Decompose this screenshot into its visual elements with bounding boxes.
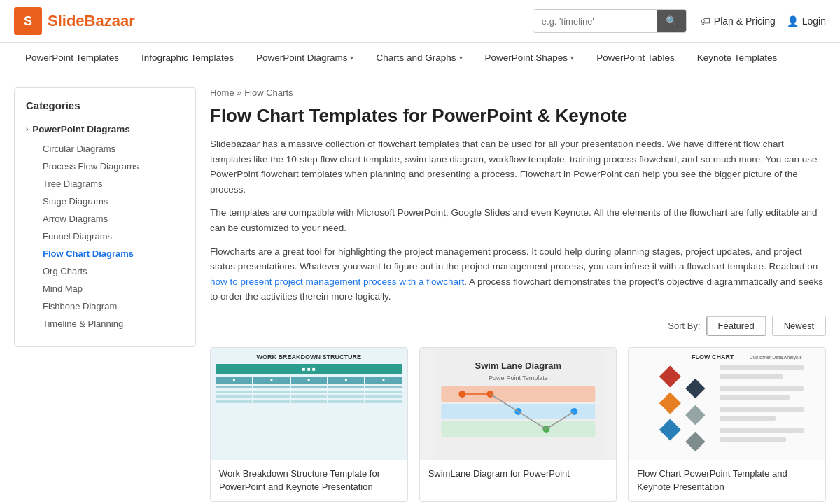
svg-text:FLOW CHART: FLOW CHART xyxy=(692,354,734,360)
card-title-swimlane: SwimLane Diagram for PowerPoint xyxy=(420,460,617,488)
card-title-flowchart: Flow Chart PowerPoint Template and Keyno… xyxy=(629,460,825,501)
svg-rect-29 xyxy=(720,416,776,421)
sidebar-item-tree-diagrams[interactable]: Tree Diagrams xyxy=(37,175,184,192)
card-swimlane[interactable]: Swim Lane Diagram PowerPoint Template xyxy=(419,347,617,502)
svg-rect-5 xyxy=(441,421,595,437)
logo-text: SlideBazaar xyxy=(48,12,135,30)
chevron-down-icon: ▾ xyxy=(570,54,574,62)
breadcrumb-home[interactable]: Home xyxy=(210,88,234,98)
sort-featured-button[interactable]: Featured xyxy=(706,316,766,336)
svg-rect-27 xyxy=(720,396,790,400)
breadcrumb: Home » Flow Charts xyxy=(210,88,826,98)
search-box: 🔍 xyxy=(533,9,687,33)
chevron-down-icon: ▾ xyxy=(350,54,354,62)
header-right: 🏷 Plan & Pricing 👤 Login xyxy=(701,15,826,27)
sidebar-item-process-flow-diagrams[interactable]: Process Flow Diagrams xyxy=(37,158,184,175)
sidebar-section-header[interactable]: › PowerPoint Diagrams xyxy=(26,121,184,137)
svg-rect-24 xyxy=(720,365,804,370)
sidebar-item-fishbone-diagram[interactable]: Fishbone Diagram xyxy=(37,298,184,315)
cards-grid: WORK BREAKDOWN STRUCTURE ■ ■ ■ ■ ■ ■ ■ ■ xyxy=(210,347,826,502)
sort-bar: Sort By: Featured Newest xyxy=(210,316,826,336)
content-area: Home » Flow Charts Flow Chart Templates … xyxy=(210,88,826,502)
navbar: PowerPoint Templates Infographic Templat… xyxy=(0,43,840,74)
nav-keynote-templates[interactable]: Keynote Templates xyxy=(686,43,789,73)
card-wbs[interactable]: WORK BREAKDOWN STRUCTURE ■ ■ ■ ■ ■ ■ ■ ■ xyxy=(210,347,408,502)
nav-powerpoint-diagrams[interactable]: PowerPoint Diagrams ▾ xyxy=(245,43,365,73)
sidebar-item-stage-diagrams[interactable]: Stage Diagrams xyxy=(37,192,184,210)
logo-icon: S xyxy=(14,7,42,35)
description-link[interactable]: how to present project management proces… xyxy=(210,276,464,287)
card-image-flowchart: FLOW CHART Customer Data Analysis xyxy=(629,348,825,460)
sidebar-sub-items: Circular Diagrams Process Flow Diagrams … xyxy=(37,140,184,332)
main-content: Categories › PowerPoint Diagrams Circula… xyxy=(0,74,840,504)
breadcrumb-separator: » xyxy=(237,88,241,98)
search-input[interactable] xyxy=(533,10,657,32)
nav-powerpoint-templates[interactable]: PowerPoint Templates xyxy=(14,43,130,73)
svg-rect-26 xyxy=(720,386,804,391)
sidebar-item-arrow-diagrams[interactable]: Arrow Diagrams xyxy=(37,210,184,227)
description-2: The templates are compatible with Micros… xyxy=(210,205,826,235)
svg-rect-28 xyxy=(720,407,804,412)
sidebar-title: Categories xyxy=(26,99,184,111)
card-title-wbs: Work Breakdown Structure Template for Po… xyxy=(211,460,407,501)
page-title: Flow Chart Templates for PowerPoint & Ke… xyxy=(210,105,826,127)
nav-infographic-templates[interactable]: Infographic Templates xyxy=(130,43,245,73)
tag-icon: 🏷 xyxy=(701,15,710,27)
user-icon: 👤 xyxy=(787,15,799,27)
plan-pricing-link[interactable]: 🏷 Plan & Pricing xyxy=(701,15,776,27)
chevron-right-icon: › xyxy=(26,125,28,133)
sidebar-item-timeline-planning[interactable]: Timeline & Planning xyxy=(37,315,184,332)
sidebar-item-funnel-diagrams[interactable]: Funnel Diagrams xyxy=(37,227,184,245)
description-3: Flowcharts are a great tool for highligh… xyxy=(210,244,826,304)
svg-text:PowerPoint Template: PowerPoint Template xyxy=(489,374,548,382)
nav-charts-graphs[interactable]: Charts and Graphs ▾ xyxy=(365,43,473,73)
card-image-swimlane: Swim Lane Diagram PowerPoint Template xyxy=(420,348,617,460)
logo[interactable]: S SlideBazaar xyxy=(14,7,135,35)
nav-powerpoint-shapes[interactable]: PowerPoint Shapes ▾ xyxy=(474,43,586,73)
login-link[interactable]: 👤 Login xyxy=(787,15,826,27)
svg-text:Swim Lane Diagram: Swim Lane Diagram xyxy=(475,360,561,371)
sidebar-item-flow-chart-diagrams[interactable]: Flow Chart Diagrams xyxy=(37,245,184,262)
breadcrumb-current: Flow Charts xyxy=(244,88,293,98)
svg-text:Customer Data Analysis: Customer Data Analysis xyxy=(750,355,802,360)
sort-label: Sort By: xyxy=(668,321,700,331)
sidebar-section-powerpoint-diagrams: › PowerPoint Diagrams Circular Diagrams … xyxy=(26,121,184,332)
sort-newest-button[interactable]: Newest xyxy=(772,316,826,336)
sidebar-item-mind-map[interactable]: Mind Map xyxy=(37,280,184,298)
sidebar: Categories › PowerPoint Diagrams Circula… xyxy=(14,88,196,347)
svg-rect-25 xyxy=(720,374,783,379)
header: S SlideBazaar 🔍 🏷 Plan & Pricing 👤 Login xyxy=(0,0,840,43)
sidebar-item-circular-diagrams[interactable]: Circular Diagrams xyxy=(37,140,184,158)
description-1: Slidebazaar has a massive collection of … xyxy=(210,136,826,197)
sidebar-item-org-charts[interactable]: Org Charts xyxy=(37,262,184,280)
search-button[interactable]: 🔍 xyxy=(657,10,686,32)
svg-rect-31 xyxy=(720,438,787,442)
card-flowchart[interactable]: FLOW CHART Customer Data Analysis xyxy=(628,347,826,502)
card-image-wbs: WORK BREAKDOWN STRUCTURE ■ ■ ■ ■ ■ ■ ■ ■ xyxy=(211,348,407,460)
svg-rect-30 xyxy=(720,428,804,433)
chevron-down-icon: ▾ xyxy=(459,54,463,62)
nav-powerpoint-tables[interactable]: PowerPoint Tables xyxy=(585,43,686,73)
